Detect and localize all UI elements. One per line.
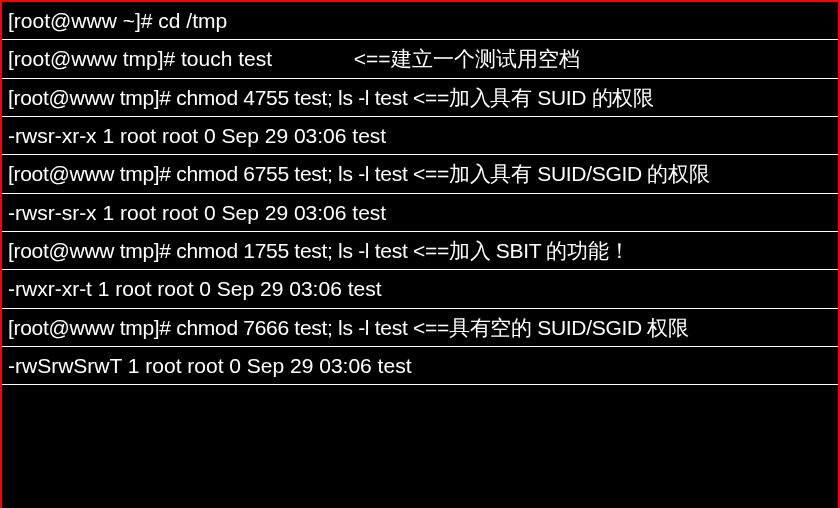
terminal-line: [root@www tmp]# chmod 7666 test; ls -l t… xyxy=(2,309,838,347)
shell-prompt: [root@www tmp]# xyxy=(8,239,176,262)
command-output: -rwSrwSrwT 1 root root 0 Sep 29 03:06 te… xyxy=(8,354,411,377)
terminal-line: [root@www tmp]# chmod 6755 test; ls -l t… xyxy=(2,155,838,193)
shell-comment: <==加入 SBIT 的功能！ xyxy=(413,239,629,262)
terminal-line: -rwxr-xr-t 1 root root 0 Sep 29 03:06 te… xyxy=(2,270,838,308)
terminal-line: -rwsr-xr-x 1 root root 0 Sep 29 03:06 te… xyxy=(2,117,838,155)
shell-prompt: [root@www tmp]# xyxy=(8,86,176,109)
command-output: -rwsr-sr-x 1 root root 0 Sep 29 03:06 te… xyxy=(8,201,386,224)
shell-command: chmod 6755 test; ls -l test xyxy=(176,162,413,185)
terminal-window[interactable]: [root@www ~]# cd /tmp[root@www tmp]# tou… xyxy=(2,2,838,508)
shell-comment: <==加入具有 SUID 的权限 xyxy=(413,86,654,109)
terminal-line: [root@www ~]# cd /tmp xyxy=(2,2,838,40)
shell-comment: <==建立一个测试用空档 xyxy=(354,47,580,70)
command-output: -rwsr-xr-x 1 root root 0 Sep 29 03:06 te… xyxy=(8,124,386,147)
terminal-line: -rwsr-sr-x 1 root root 0 Sep 29 03:06 te… xyxy=(2,194,838,232)
shell-prompt: [root@www ~]# xyxy=(8,9,158,32)
shell-command: chmod 4755 test; ls -l test xyxy=(176,86,413,109)
shell-comment: <==加入具有 SUID/SGID 的权限 xyxy=(413,162,710,185)
shell-prompt: [root@www tmp]# xyxy=(8,47,181,70)
shell-command: chmod 7666 test; ls -l test xyxy=(176,316,413,339)
terminal-line: -rwSrwSrwT 1 root root 0 Sep 29 03:06 te… xyxy=(2,347,838,385)
terminal-line: [root@www tmp]# touch test <==建立一个测试用空档 xyxy=(2,40,838,78)
terminal-line: [root@www tmp]# chmod 4755 test; ls -l t… xyxy=(2,79,838,117)
terminal-line: [root@www tmp]# chmod 1755 test; ls -l t… xyxy=(2,232,838,270)
shell-comment: <==具有空的 SUID/SGID 权限 xyxy=(413,316,689,339)
command-output: -rwxr-xr-t 1 root root 0 Sep 29 03:06 te… xyxy=(8,277,382,300)
shell-command: cd /tmp xyxy=(158,9,227,32)
shell-command: chmod 1755 test; ls -l test xyxy=(176,239,413,262)
shell-command: touch test xyxy=(181,47,354,70)
shell-prompt: [root@www tmp]# xyxy=(8,162,176,185)
shell-prompt: [root@www tmp]# xyxy=(8,316,176,339)
